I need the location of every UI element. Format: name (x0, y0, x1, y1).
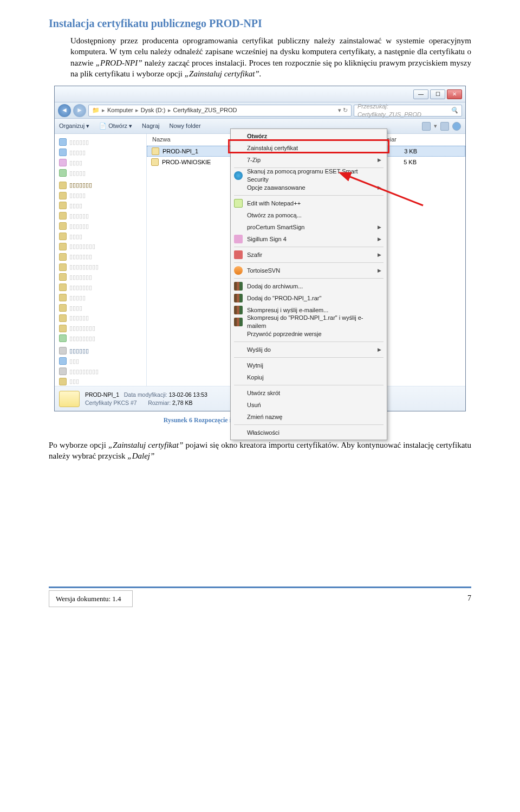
status-size-label: Rozmiar: (148, 399, 171, 406)
cert-preview-icon (59, 391, 80, 407)
sidebar-item[interactable]: ▯▯▯▯▯▯▯▯▯ (57, 366, 144, 377)
sidebar-item[interactable]: ▯▯▯▯▯▯▯ (57, 282, 144, 293)
cert-file-icon (152, 147, 159, 155)
p2-text-a: Po wyborze opcji (49, 441, 108, 449)
sidebar-item[interactable]: ▯▯▯▯▯▯▯ (57, 252, 144, 262)
sidebar-item[interactable]: ▯▯▯▯▯▯ (57, 211, 144, 221)
sidebar-item[interactable]: ▯▯▯▯▯▯ (57, 346, 144, 356)
cert-file-icon (151, 158, 159, 166)
p2-italic-2: „Dalej” (127, 452, 154, 460)
winrar-icon (234, 294, 243, 302)
sidebar-item[interactable]: ▯▯▯▯▯▯▯ (57, 180, 144, 190)
status-mod: 13-02-06 13:53 (169, 391, 207, 398)
sidebar-item[interactable]: ▯▯▯ (57, 356, 144, 366)
ctx-7zip[interactable]: 7-Zip▶ (231, 154, 387, 166)
ctx-prev-versions[interactable]: Przywróć poprzednie wersje (231, 328, 387, 340)
svg-line-0 (347, 176, 423, 205)
sidebar-item[interactable]: ▯▯▯ (57, 376, 144, 386)
breadcrumb[interactable]: 📁 ▸ Komputer ▸ Dysk (D:) ▸ Certyfikaty_Z… (88, 105, 352, 117)
ctx-szafir[interactable]: Szafir▶ (231, 249, 387, 261)
sidebar-item[interactable]: ▯▯▯▯▯▯▯▯ (57, 323, 144, 333)
maximize-button[interactable]: ☐ (430, 89, 445, 99)
close-button[interactable]: ✕ (447, 89, 462, 99)
help-icon[interactable] (452, 122, 461, 131)
ctx-sigillum[interactable]: Sigillum Sign 4▶ (231, 233, 387, 245)
section-heading: Instalacja certyfikatu publicznego PROD-… (49, 16, 471, 31)
nav-sidebar: ▯▯▯▯▯▯ ▯▯▯▯▯ ▯▯▯▯ ▯▯▯▯▯ ▯▯▯▯▯▯▯ ▯▯▯▯▯ ▯▯… (55, 134, 147, 386)
sidebar-item[interactable]: ▯▯▯▯▯▯ (57, 137, 144, 147)
window-titlebar: — ☐ ✕ (55, 86, 465, 102)
crumb-computer[interactable]: Komputer (107, 106, 133, 114)
sidebar-item[interactable]: ▯▯▯▯▯ (57, 147, 144, 158)
ctx-shortcut[interactable]: Utwórz skrót (231, 387, 387, 399)
toolbar-organize[interactable]: Organizuj ▾ (59, 122, 89, 130)
doc-version-box: Wersja dokumentu: 1.4 (49, 590, 133, 608)
status-mod-label: Data modyfikacji: (124, 391, 167, 398)
status-type: Certyfikaty PKCS #7 (85, 399, 137, 406)
search-placeholder: Przeszukaj: Certyfikaty_ZUS_PROD (358, 102, 451, 119)
szafir-icon (234, 250, 243, 259)
winrar-icon (234, 318, 243, 326)
minimize-button[interactable]: — (413, 89, 428, 99)
sidebar-item[interactable]: ▯▯▯▯ (57, 158, 144, 168)
ctx-properties[interactable]: Właściwości (231, 427, 387, 439)
sidebar-item[interactable]: ▯▯▯▯ (57, 201, 144, 211)
sidebar-item[interactable]: ▯▯▯▯ (57, 303, 144, 313)
ctx-tortoise[interactable]: TortoiseSVN▶ (231, 265, 387, 276)
sidebar-item[interactable]: ▯▯▯▯ (57, 231, 144, 242)
search-input[interactable]: Przeszukaj: Certyfikaty_ZUS_PROD 🔍 (354, 105, 462, 117)
notepadpp-icon (234, 199, 243, 208)
p2-italic-1: „Zainstaluj certyfikat” (108, 441, 183, 449)
status-size: 2,78 KB (172, 399, 192, 406)
ctx-procertum[interactable]: proCertum SmartSign▶ (231, 221, 387, 233)
toolbar-newfolder[interactable]: Nowy folder (170, 122, 201, 130)
sigillum-icon (234, 235, 243, 243)
col-name[interactable]: Nazwa (147, 136, 239, 144)
ctx-rename[interactable]: Zmień nazwę (231, 411, 387, 423)
nav-forward-button[interactable]: ► (73, 104, 86, 117)
ctx-cut[interactable]: Wytnij (231, 359, 387, 371)
sidebar-item[interactable]: ▯▯▯▯▯▯ (57, 313, 144, 323)
sidebar-item[interactable]: ▯▯▯▯▯ (57, 293, 144, 303)
crumb-folder[interactable]: Certyfikaty_ZUS_PROD (173, 106, 237, 114)
p1-italic-1: „PROD-NPI” (96, 59, 142, 67)
preview-pane-icon[interactable] (440, 122, 449, 131)
ctx-send-to[interactable]: Wyślij do▶ (231, 344, 387, 356)
sidebar-item[interactable]: ▯▯▯▯▯▯▯▯▯ (57, 262, 144, 272)
sidebar-item[interactable]: ▯▯▯▯▯ (57, 168, 144, 178)
page-number: 7 (467, 590, 471, 604)
sidebar-item[interactable]: ▯▯▯▯▯▯▯▯ (57, 333, 144, 344)
tortoise-icon (234, 266, 243, 275)
crumb-disk[interactable]: Dysk (D:) (141, 106, 166, 114)
ctx-add-rar[interactable]: Dodaj do "PROD-NPI_1.rar" (231, 292, 387, 304)
page-footer: Wersja dokumentu: 1.4 7 (49, 587, 471, 608)
status-filename: PROD-NPI_1 (85, 391, 119, 398)
p1-italic-2: „Zainstaluj certyfikat”. (185, 69, 262, 78)
winrar-icon (234, 282, 243, 291)
explorer-window: — ☐ ✕ ◄ ► 📁 ▸ Komputer ▸ Dysk (D:) ▸ Cer… (54, 86, 466, 411)
paragraph-1: Udostępniony przez producenta oprogramow… (49, 35, 471, 79)
winrar-icon (234, 306, 243, 314)
folder-icon: 📁 (92, 106, 100, 114)
sidebar-item[interactable]: ▯▯▯▯▯▯ (57, 221, 144, 231)
address-bar: ◄ ► 📁 ▸ Komputer ▸ Dysk (D:) ▸ Certyfika… (55, 102, 465, 119)
ctx-add-archive[interactable]: Dodaj do archiwum... (231, 280, 387, 292)
sidebar-item[interactable]: ▯▯▯▯▯▯▯▯ (57, 241, 144, 252)
ctx-delete[interactable]: Usuń (231, 399, 387, 411)
annotation-arrow (342, 173, 428, 218)
view-icon[interactable] (422, 122, 431, 131)
ctx-compress-rar-email[interactable]: Skompresuj do "PROD-NPI_1.rar" i wyślij … (231, 316, 387, 328)
toolbar-open[interactable]: 📄 Otwórz ▾ (99, 122, 132, 130)
search-icon: 🔍 (451, 106, 458, 114)
sidebar-item[interactable]: ▯▯▯▯▯ (57, 190, 144, 201)
paragraph-2: Po wyborze opcji „Zainstaluj certyfikat”… (49, 440, 471, 462)
nav-back-button[interactable]: ◄ (58, 104, 71, 117)
toolbar-burn[interactable]: Nagraj (142, 122, 159, 130)
annotation-highlight-box (228, 139, 389, 153)
ctx-copy[interactable]: Kopiuj (231, 371, 387, 383)
sidebar-item[interactable]: ▯▯▯▯▯▯▯ (57, 272, 144, 282)
eset-icon (234, 171, 243, 180)
